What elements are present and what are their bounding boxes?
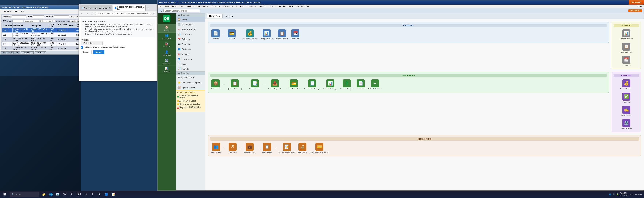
cancel-button[interactable]: Cancel (81, 50, 92, 54)
sidebar-item-docs[interactable]: 📄 Docs (176, 61, 205, 66)
create-invoices-node[interactable]: 📑 Create Invoices (248, 79, 262, 91)
sidebar-item-open-windows[interactable]: 🪟 Open Windows (176, 85, 205, 90)
menu-help[interactable]: Help (288, 5, 294, 8)
tab-home-page[interactable]: Home Page (207, 14, 223, 18)
menu-view[interactable]: View (171, 5, 177, 8)
check-register-node[interactable]: 🏦 Check Register (614, 118, 639, 130)
covid-item-upgrade[interactable]: Upgrade to QB Enterprise 23.0 (177, 106, 204, 111)
taskbar-word[interactable]: W (62, 191, 68, 198)
taskbar-chrome[interactable]: 🔵 (103, 191, 110, 198)
discovery-logo[interactable]: DISCOVERY (628, 9, 642, 12)
back-button[interactable]: ← (80, 12, 84, 15)
taskbar-search-input[interactable] (15, 193, 37, 195)
nav-vendors[interactable]: 🏭 Vendors (158, 41, 176, 49)
statements-node[interactable]: 📄 Statements (355, 79, 366, 91)
tab-close-icon2[interactable]: ✕ (142, 7, 144, 9)
taskbar-notepad[interactable]: 📝 (110, 191, 117, 198)
calendar-c-node[interactable]: 📅 Calendar (614, 55, 639, 67)
notify-vendor-checkbox[interactable] (53, 20, 56, 22)
menu-lists[interactable]: Lists (178, 5, 184, 8)
menu-mfg[interactable]: Mfg & Whole (196, 5, 209, 8)
taskbar-outlook[interactable]: 📧 (54, 191, 61, 198)
items-services-v-node[interactable]: 📋 Items & Services (275, 29, 289, 41)
enter-time-node[interactable]: ⏱ Enter Time (227, 142, 238, 154)
nav-home[interactable]: 🏠 Home (158, 24, 176, 33)
sidebar-item-vendors[interactable]: 🏭 Vendors (176, 52, 205, 56)
taskbar-edge[interactable]: 🌐 (48, 191, 54, 198)
taskbar-teams[interactable]: T (89, 191, 96, 198)
sidebar-item-my-company[interactable]: 🏢 My Company (176, 22, 205, 27)
home-link[interactable]: Home (636, 5, 643, 8)
receive-payments-node[interactable]: 📥 Receive Payments (267, 79, 282, 91)
menu-command[interactable]: Command (1, 10, 12, 12)
tab-close-icon[interactable]: ✕ (109, 7, 111, 9)
star-button[interactable]: ☆ (152, 12, 156, 15)
pay-bills-node[interactable]: 💳 Pay Bills (226, 29, 237, 41)
statusbar-tab2[interactable]: Purchasing (21, 51, 34, 54)
sidebar-item-calendar[interactable]: 📅 Calendar (176, 37, 205, 42)
qb-search-input[interactable] (164, 9, 200, 13)
statement-charges-node[interactable]: 📊 Statement Charges (322, 79, 338, 91)
sidebar-item-snapshots[interactable]: 📷 Snapshots (176, 42, 205, 47)
taskbar-skype[interactable]: S (82, 191, 89, 198)
discovery-button[interactable]: DISCOVERY (629, 0, 644, 5)
browser-tab-outlook[interactable]: 📧 Outlook reconfigures the we... ✕ (80, 5, 112, 11)
nav-employees[interactable]: 👤 Employees (158, 49, 176, 57)
submitted-by-input[interactable] (40, 20, 52, 22)
menu-company[interactable]: Company (211, 5, 221, 8)
covid-item-checks[interactable]: Order Checks & Supplies (177, 103, 204, 106)
description-input[interactable] (24, 20, 39, 22)
quotes-node[interactable]: 📋 Quotes (Estimates) (227, 79, 242, 91)
menu-window[interactable]: Window (278, 5, 287, 8)
menu-special[interactable]: Special Offers (296, 5, 310, 8)
sidebar-item-reports[interactable]: 📊 Reports (176, 66, 205, 71)
write-checks-node[interactable]: ✍ Write Checks (614, 105, 639, 117)
enter-bills-node[interactable]: 📄 Enter Bills (210, 29, 221, 41)
items-services-c-node[interactable]: 📋 Items & Services (614, 42, 639, 54)
sales-orders-node[interactable]: 📦 Sales Orders (210, 79, 221, 91)
taskbar-file-explorer[interactable]: 📁 (40, 191, 47, 198)
menu-file[interactable]: File (158, 5, 163, 8)
menu-favorites[interactable]: Favorites (185, 5, 195, 8)
menu-banking[interactable]: Banking (258, 5, 267, 8)
sidebar-item-view-balances[interactable]: 👁 View Balances (176, 75, 205, 80)
address-bar[interactable] (95, 12, 151, 15)
sidebar-item-employees[interactable]: 👤 Employees (176, 56, 205, 61)
taskbar-acrobat[interactable]: A (96, 191, 103, 198)
sidebar-item-home[interactable]: 🏠 Home (176, 17, 205, 22)
menu-employees[interactable]: Employees (245, 5, 257, 8)
vendor-id-input[interactable] (12, 15, 26, 18)
products-select[interactable]: -- Select One -- (81, 41, 103, 45)
sales-tax-node[interactable]: 📊 Manage Sales Tax (259, 29, 274, 41)
reconcile-node[interactable]: ✅ Reconcile (614, 92, 639, 104)
search-box[interactable]: 🔍 (10, 191, 39, 197)
accept-cc-node[interactable]: 💳 Accept Credit Cards (286, 79, 302, 91)
po-number-input[interactable] (12, 20, 24, 22)
taskbar-excel[interactable]: X (68, 191, 75, 198)
create-sales-receipts-node[interactable]: 🧾 Create Sales Receipts (303, 79, 321, 91)
chart-accounts-node[interactable]: 📊 Chart of Accounts (614, 29, 639, 41)
notify-checkbox[interactable] (81, 46, 83, 49)
nav-banking[interactable]: 🏦 Banking (158, 57, 176, 66)
statusbar-tab1[interactable]: Time Variance Edit (1, 51, 20, 54)
material-id-input[interactable] (54, 15, 69, 18)
record-deposits-node[interactable]: 💰 Record Deposits (614, 79, 639, 91)
process-payroll-node[interactable]: 📝 Process Payroll Forms (278, 142, 296, 154)
statusbar-tab3[interactable]: Job Entry (35, 51, 46, 54)
sidebar-item-customers[interactable]: 👥 Customers (176, 47, 205, 52)
submit-button[interactable]: Submit (93, 50, 104, 54)
forward-button[interactable]: → (85, 12, 89, 15)
finance-charges-node[interactable]: 💲 Finance Charges (340, 79, 354, 91)
status-input[interactable] (33, 15, 44, 18)
nav-customers[interactable]: 👥 Customers (158, 33, 176, 41)
calendar-v-node[interactable]: 📅 Calendar (290, 29, 301, 41)
pay-liabilities-node[interactable]: 📋 Pay Liabilities (261, 142, 273, 154)
nav-reports[interactable]: 📊 Reports (158, 66, 176, 74)
covid-item-credit[interactable]: Accept Credit Cards (177, 99, 204, 103)
covid-item-payroll[interactable]: Save 20% on Assisted Payroll (177, 94, 204, 99)
menu-edit[interactable]: Edit (164, 5, 170, 8)
sidebar-item-fav-reports[interactable]: ⭐ Run Favorite Reports (176, 80, 205, 85)
menu-customers[interactable]: Customers (222, 5, 234, 8)
enter-cc-charges-node[interactable]: 💳 Enter Credit Card Charges (309, 142, 330, 154)
menu-vendors[interactable]: Vendors (235, 5, 244, 8)
